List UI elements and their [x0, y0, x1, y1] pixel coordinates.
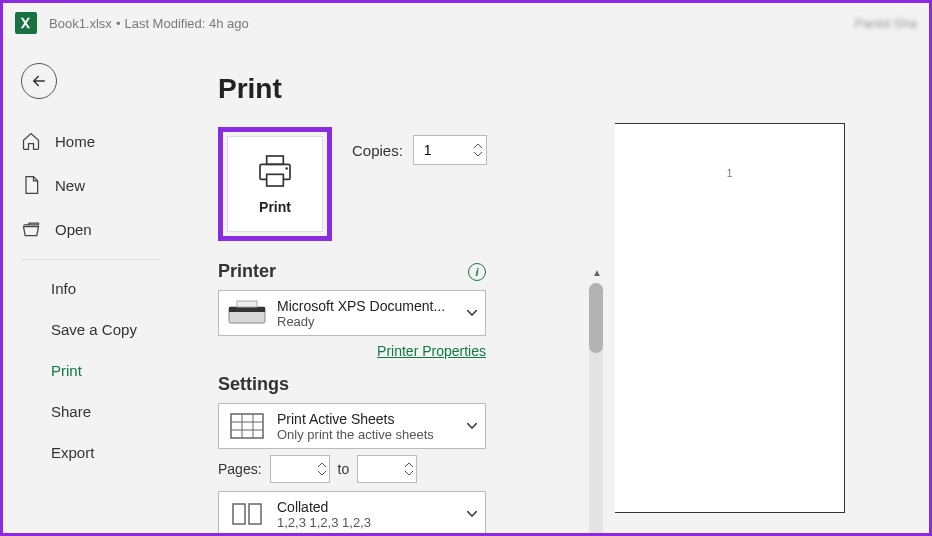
collated-line2: 1,2,3 1,2,3 1,2,3 [277, 515, 457, 530]
svg-point-3 [285, 167, 288, 170]
printer-device-icon [227, 297, 267, 329]
info-icon[interactable]: i [468, 263, 486, 281]
chevron-down-icon [467, 423, 477, 429]
printer-properties-link[interactable]: Printer Properties [377, 343, 486, 359]
sidebar-item-save-copy[interactable]: Save a Copy [3, 309, 178, 350]
scrollbar-thumb[interactable] [589, 283, 603, 353]
page-title: Print [218, 73, 589, 105]
copies-value: 1 [424, 142, 432, 158]
svg-rect-7 [231, 414, 263, 438]
svg-rect-12 [233, 504, 245, 524]
pages-to-input[interactable] [357, 455, 417, 483]
preview-page: 1 [615, 123, 845, 513]
sidebar-item-home[interactable]: Home [3, 119, 178, 163]
settings-section-title: Settings [218, 374, 589, 395]
preview-content: 1 [727, 168, 733, 179]
spinner-arrows[interactable] [474, 136, 482, 164]
print-button[interactable]: Print [227, 136, 323, 232]
svg-rect-5 [229, 307, 265, 312]
scroll-up-arrow[interactable]: ▲ [592, 267, 602, 278]
home-icon [21, 131, 41, 151]
modified-label: Last Modified: 4h ago [124, 16, 248, 31]
sidebar: Home New Open Info Save a Copy Print Sha… [3, 43, 178, 533]
sidebar-item-export[interactable]: Export [3, 432, 178, 473]
sidebar-item-new[interactable]: New [3, 163, 178, 207]
sidebar-item-info[interactable]: Info [3, 268, 178, 309]
chevron-down-icon [318, 470, 326, 476]
chevron-down-icon [467, 310, 477, 316]
print-what-select[interactable]: Print Active Sheets Only print the activ… [218, 403, 486, 449]
svg-rect-0 [267, 156, 284, 164]
printer-section-title: Printer [218, 261, 276, 282]
pages-from-input[interactable] [270, 455, 330, 483]
chevron-down-icon [405, 470, 413, 476]
collated-line1: Collated [277, 499, 457, 515]
divider [21, 259, 160, 260]
print-button-highlight: Print [218, 127, 332, 241]
print-preview: 1 [609, 43, 929, 533]
excel-icon [15, 12, 37, 34]
collated-icon [227, 498, 267, 530]
pages-label: Pages: [218, 461, 262, 477]
titlebar: Book1.xlsx • Last Modified: 4h ago Panki… [3, 3, 929, 43]
printer-select[interactable]: Microsoft XPS Document... Ready [218, 290, 486, 336]
svg-rect-6 [237, 301, 257, 307]
sidebar-label: Open [55, 221, 92, 238]
svg-rect-2 [267, 174, 284, 186]
to-label: to [338, 461, 350, 477]
chevron-up-icon [318, 462, 326, 468]
sidebar-item-print[interactable]: Print [3, 350, 178, 391]
chevron-up-icon [405, 462, 413, 468]
svg-rect-13 [249, 504, 261, 524]
printer-status: Ready [277, 314, 457, 329]
file-icon [21, 175, 41, 195]
copies-label: Copies: [352, 142, 403, 159]
arrow-left-icon [30, 72, 48, 90]
print-button-label: Print [259, 199, 291, 215]
chevron-up-icon [474, 143, 482, 149]
sidebar-item-share[interactable]: Share [3, 391, 178, 432]
sidebar-item-open[interactable]: Open [3, 207, 178, 251]
chevron-down-icon [474, 151, 482, 157]
back-button[interactable] [21, 63, 57, 99]
copies-input[interactable]: 1 [413, 135, 487, 165]
sidebar-label: New [55, 177, 85, 194]
sheets-line2: Only print the active sheets [277, 427, 457, 442]
printer-icon [255, 153, 295, 189]
sheets-icon [227, 410, 267, 442]
main-panel: Print Print Copies: 1 [178, 43, 609, 533]
scrollbar-track[interactable] [589, 283, 603, 533]
sidebar-label: Home [55, 133, 95, 150]
file-name: Book1.xlsx [49, 16, 112, 31]
folder-open-icon [21, 219, 41, 239]
sheets-line1: Print Active Sheets [277, 411, 457, 427]
printer-name: Microsoft XPS Document... [277, 298, 457, 314]
user-name: Pankil Sha [855, 16, 917, 31]
collation-select[interactable]: Collated 1,2,3 1,2,3 1,2,3 [218, 491, 486, 533]
chevron-down-icon [467, 511, 477, 517]
